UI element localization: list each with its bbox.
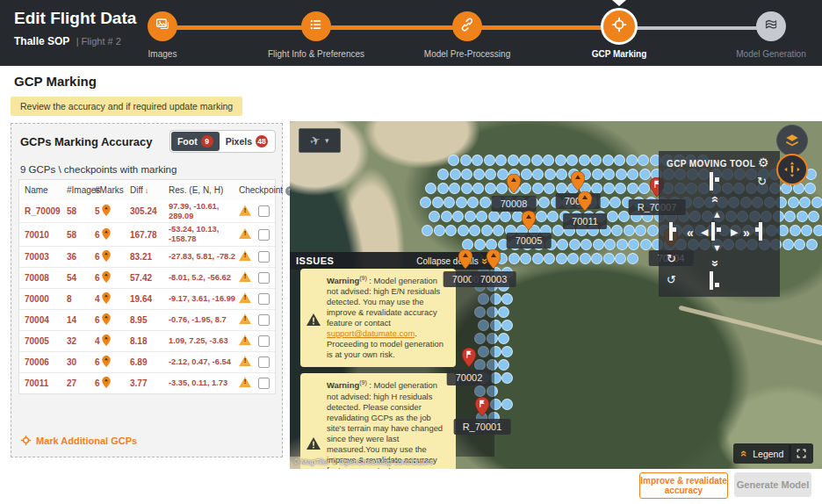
table-row[interactable]: 7000854657.42-8.01, 5.2, -56.62 <box>19 267 275 288</box>
gcp-name: 70010 <box>19 230 67 240</box>
legend-label: Legend <box>753 449 783 459</box>
step-model-generation[interactable] <box>756 11 786 41</box>
gcp-move-mode-button[interactable] <box>776 154 808 185</box>
checkpoint-checkbox[interactable] <box>253 272 275 284</box>
move-left-fast-button[interactable]: « <box>687 227 694 239</box>
move-left-button[interactable]: ◀ <box>701 227 708 237</box>
step-model-pre-processing[interactable] <box>452 11 482 41</box>
flight-path-toggle-button[interactable]: ✈ ▾ <box>299 128 341 153</box>
gcp-pin-70008[interactable] <box>507 174 521 193</box>
gcp-images-count: 30 <box>67 357 95 367</box>
checkpoint-checkbox[interactable] <box>253 229 275 241</box>
frame-center-button[interactable] <box>710 175 713 189</box>
image-footprint-dot <box>501 320 513 331</box>
mark-additional-gcps-label: Mark Additional GCPs <box>36 436 137 446</box>
image-footprint-dot <box>501 399 513 410</box>
col-checkpoint: Checkpoint? <box>239 182 275 199</box>
table-row[interactable]: 700112763.77-3.35, 0.11, 1.73 <box>19 372 275 393</box>
checkpoint-checkbox[interactable] <box>253 205 275 217</box>
gcp-pin-70005[interactable] <box>522 211 536 230</box>
toggle-foot[interactable]: Foot 9 <box>171 132 220 151</box>
image-footprint-dot <box>521 169 532 180</box>
pixels-count-badge: 48 <box>256 135 268 148</box>
image-footprint-dot <box>481 225 493 236</box>
image-footprint-dot <box>602 155 614 166</box>
fullscreen-button[interactable] <box>789 443 813 464</box>
col-diff-sort[interactable]: Diff <box>130 182 169 198</box>
rotate-cw-icon[interactable]: ↻ <box>667 253 676 264</box>
move-up-fast-button[interactable]: « <box>710 196 722 203</box>
gcp-pin-70000[interactable] <box>458 249 472 269</box>
image-footprint-dot <box>593 239 604 250</box>
table-row[interactable]: 700008419.64-9.17, 3.61, -16.99 <box>19 288 275 309</box>
legend-button[interactable]: « Legend <box>733 443 791 464</box>
move-down-fast-button[interactable]: » <box>710 260 722 267</box>
gear-icon[interactable]: ⚙ <box>758 156 769 169</box>
gcp-diff: 19.64 <box>130 294 169 304</box>
center-button[interactable] <box>711 225 715 239</box>
move-right-button[interactable]: ▶ <box>731 227 738 237</box>
checkpoint-pin-70002[interactable] <box>462 348 476 367</box>
warning-icon <box>239 375 253 391</box>
checkpoint-pin-R_70001[interactable] <box>475 397 489 416</box>
gcp-marks-count: 6 <box>95 356 130 369</box>
image-footprint-dot <box>638 183 650 194</box>
warning-text: Model generation not advised: high H res… <box>327 381 443 470</box>
pin-icon <box>102 356 111 369</box>
move-up-button[interactable]: ▲ <box>712 210 722 220</box>
checkpoint-checkbox[interactable] <box>253 378 275 389</box>
image-footprint-dot <box>556 169 567 180</box>
image-footprint-dot <box>614 155 625 166</box>
move-right-fast-button[interactable]: » <box>743 227 750 239</box>
gcp-marks-count: 4 <box>95 292 130 306</box>
table-row[interactable]: 700041468.95-0.76, -1.95, 8.7 <box>19 309 275 330</box>
step-label: GCP Marking <box>544 49 694 59</box>
support-email-link[interactable]: support@datumate.com <box>327 328 415 338</box>
image-footprint-dot <box>788 197 799 208</box>
table-row[interactable]: 70010586167.78-53.24, 10.13, -158.78 <box>19 222 275 245</box>
pin-icon <box>102 377 111 390</box>
map-layers-button[interactable] <box>776 125 808 156</box>
image-footprint-dot <box>799 197 811 208</box>
toggle-pixels[interactable]: Pixels 48 <box>220 132 274 151</box>
gcp-pin-70011[interactable] <box>578 191 592 211</box>
checkpoint-checkbox[interactable] <box>253 356 275 368</box>
image-footprint-dot <box>782 239 794 250</box>
gcp-pin-70006[interactable] <box>571 171 585 191</box>
mark-additional-gcps-link[interactable]: Mark Additional GCPs <box>20 435 137 446</box>
refresh-icon[interactable]: ↻ <box>757 176 767 187</box>
move-down-button[interactable]: ▼ <box>712 243 722 253</box>
col-marks: #Marks <box>95 182 130 198</box>
image-footprint-dot <box>488 211 500 222</box>
image-footprint-dot <box>474 239 486 250</box>
snap-bottom-button[interactable] <box>710 274 713 288</box>
images-icon <box>155 17 170 36</box>
checkpoint-checkbox[interactable] <box>253 335 275 347</box>
image-footprint-dot <box>790 225 801 236</box>
collapse-details-button[interactable]: Collapse details » <box>416 256 488 267</box>
warning-label: Warning <box>327 276 359 285</box>
step-images[interactable] <box>148 11 177 41</box>
snap-left-button[interactable] <box>669 225 673 239</box>
table-row[interactable]: 700063066.89-2.12, 0.47, -6.54 <box>19 351 275 372</box>
generate-model-button[interactable]: Generate Model <box>734 472 811 497</box>
checkpoint-checkbox[interactable] <box>253 314 275 326</box>
pin-icon <box>102 292 111 306</box>
table-row[interactable]: R_70009585305.2497.39, -10.61, 289.09 <box>19 200 275 222</box>
snap-right-button[interactable] <box>759 225 762 239</box>
image-footprint-dot <box>501 346 513 357</box>
table-row[interactable]: 7000336683.21-27.83, 5.81, -78.2 <box>19 246 275 267</box>
rotate-ccw-icon[interactable]: ↺ <box>667 274 676 285</box>
step-gcp-marking[interactable] <box>601 8 638 45</box>
checkpoint-checkbox[interactable] <box>253 251 275 263</box>
image-footprint-dot <box>544 253 555 264</box>
gcp-pin-70003[interactable] <box>487 249 501 269</box>
table-row[interactable]: 700053248.181.09, 7.25, -3.63 <box>19 330 275 351</box>
image-footprint-dot <box>536 211 547 222</box>
gcp-label-70011: 70011 <box>563 213 607 229</box>
step-flight-info-preferences[interactable] <box>301 11 331 41</box>
gcp-images-count: 58 <box>67 206 95 216</box>
checkpoint-checkbox[interactable] <box>253 293 275 305</box>
improve-revalidate-button[interactable]: Improve & revalidate accuracy <box>639 472 728 499</box>
map-canvas[interactable]: ISSUES Collapse details » Warning(9) : M… <box>290 121 822 469</box>
